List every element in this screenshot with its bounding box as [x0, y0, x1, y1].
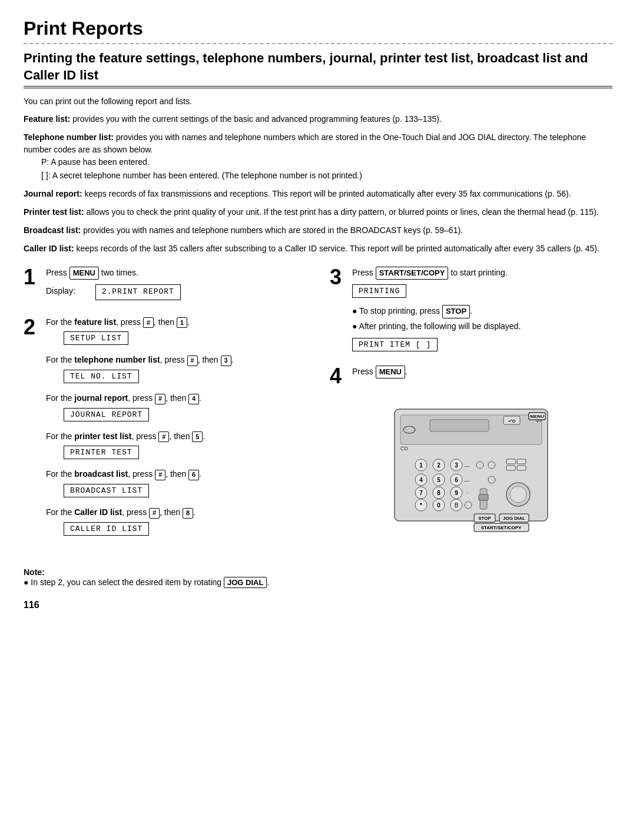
sub-bold-5: Caller ID list [74, 507, 122, 517]
feature-label-3: Printer test list: [24, 207, 84, 217]
svg-text:START/SET/COPY: START/SET/COPY [481, 525, 522, 530]
steps-left: 1 Press MENU two times. Display: 2.PRINT… [24, 267, 306, 556]
svg-text:8: 8 [437, 490, 440, 496]
feature-item-4: Broadcast list: provides you with names … [24, 224, 612, 237]
feature-label-2: Journal report: [24, 189, 82, 198]
svg-text:JOG DIAL: JOG DIAL [503, 516, 525, 521]
display-5: CALLER ID LIST [64, 522, 149, 536]
svg-text:STOP: STOP [478, 516, 491, 521]
fax-device: ≡°O ⇌ CD 1 2 3 — [389, 397, 554, 533]
step-2-content: For the feature list, press #, then 1. S… [46, 317, 306, 545]
num-key-0: 1 [177, 317, 187, 328]
svg-text:3: 3 [455, 462, 458, 469]
svg-rect-20 [517, 466, 526, 470]
steps-right: 3 Press START/SET/COPY to start printing… [330, 267, 612, 556]
page-title: Print Reports [24, 18, 612, 44]
svg-text:CD: CD [400, 446, 408, 451]
stop-key: STOP [442, 305, 470, 318]
step-1-block: 1 Press MENU two times. Display: 2.PRINT… [24, 267, 306, 306]
menu-key-4: MENU [376, 366, 405, 379]
bullet-secret: [ ]: A secret telephone number has been … [41, 170, 612, 182]
feature-label-1: Telephone number list: [24, 132, 114, 142]
feature-text-5: keeps records of the last 35 callers aft… [76, 244, 599, 253]
display-3: PRINTER TEST [64, 446, 139, 459]
sub-step-5: For the Caller ID list, press #, then 8.… [46, 507, 306, 539]
svg-rect-19 [506, 466, 515, 470]
print-item-display: PRINT ITEM [ ] [352, 338, 438, 351]
svg-rect-3 [430, 420, 489, 431]
feature-item-1: Telephone number list: provides you with… [24, 131, 612, 182]
svg-rect-18 [517, 459, 526, 464]
feature-text-3: allows you to check the print quality of… [87, 207, 599, 217]
num-key-1: 3 [221, 356, 231, 366]
sub-step-2: For the journal report, press #, then 4.… [46, 393, 306, 425]
feature-text-2: keeps records of fax transmissions and r… [84, 189, 571, 198]
feature-label-5: Caller ID list: [24, 244, 74, 253]
svg-text:*: * [420, 502, 422, 509]
hash-key-1: # [187, 356, 198, 366]
page-number: 116 [24, 600, 612, 610]
display-0: SETUP LIST [64, 331, 128, 345]
svg-text:—: — [464, 463, 470, 469]
feature-bullets-1: P: A pause has been entered. [ ]: A secr… [41, 156, 612, 182]
note-label: Note: [24, 567, 45, 577]
device-illustration: ≡°O ⇌ CD 1 2 3 — [330, 397, 612, 533]
feature-label-0: Feature list: [24, 114, 70, 124]
svg-text:≡°O: ≡°O [508, 419, 516, 423]
device-svg: ≡°O ⇌ CD 1 2 3 — [389, 397, 554, 533]
sub-bold-0: feature list [74, 317, 116, 327]
step-1-display-label: Display: 2.PRINT REPORT [46, 282, 306, 303]
hash-key-0: # [143, 317, 154, 328]
svg-text:2: 2 [437, 462, 440, 469]
step-4-block: 4 Press MENU. [330, 366, 612, 387]
sub-bold-1: telephone number list [74, 355, 160, 364]
hash-key-5: # [149, 508, 160, 519]
svg-text:0: 0 [437, 502, 440, 509]
bullet-p: P: A pause has been entered. [41, 156, 612, 168]
feature-text-4: provides you with names and telephone nu… [83, 225, 463, 235]
feature-item-0: Feature list: provides you with the curr… [24, 113, 612, 125]
step-1-display: 2.PRINT REPORT [95, 284, 181, 300]
step-3-notes: ● To stop printing, press STOP. ● After … [352, 305, 612, 332]
step-1-instruction: Press MENU two times. [46, 267, 306, 280]
feature-item-5: Caller ID list: keeps records of the las… [24, 243, 612, 255]
feature-list: Feature list: provides you with the curr… [24, 113, 612, 255]
printing-display: PRINTING [352, 284, 406, 298]
sub-step-1: For the telephone number list, press #, … [46, 354, 306, 387]
num-key-2: 4 [188, 394, 199, 404]
step-4-content: Press MENU. [352, 366, 612, 381]
step-1-number: 1 [24, 267, 40, 288]
step-2-number: 2 [24, 317, 40, 338]
hash-key-4: # [155, 470, 165, 480]
step-4-number: 4 [330, 366, 346, 387]
svg-text:MENU: MENU [530, 414, 544, 419]
step-1-content: Press MENU two times. Display: 2.PRINT R… [46, 267, 306, 306]
step-2-block: 2 For the feature list, press #, then 1.… [24, 317, 306, 545]
svg-rect-17 [506, 459, 515, 464]
note-section: Note: ● In step 2, you can select the de… [24, 567, 612, 588]
step-3-content: Press START/SET/COPY to start printing. … [352, 267, 612, 355]
svg-text:1: 1 [419, 462, 423, 469]
svg-text:.: . [466, 488, 468, 494]
sub-bold-2: journal report [74, 393, 128, 403]
svg-point-46 [510, 486, 526, 503]
sub-step-0: For the feature list, press #, then 1. S… [46, 317, 306, 349]
step-3-block: 3 Press START/SET/COPY to start printing… [330, 267, 612, 355]
intro-text: You can print out the following report a… [24, 97, 612, 106]
num-key-5: 8 [183, 508, 193, 519]
sub-step-3: For the printer test list, press #, then… [46, 431, 306, 463]
menu-key-1: MENU [69, 267, 99, 280]
sub-bold-3: printer test list [74, 431, 131, 441]
svg-text:7: 7 [419, 490, 423, 496]
feature-label-4: Broadcast list: [24, 225, 81, 235]
display-1: TEL NO. LIST [64, 370, 139, 383]
svg-text:4: 4 [419, 477, 423, 483]
svg-rect-44 [479, 494, 488, 500]
svg-text:5: 5 [437, 477, 440, 483]
steps-section: 1 Press MENU two times. Display: 2.PRINT… [24, 267, 612, 556]
svg-text:—: — [464, 477, 470, 484]
display-2: JOURNAL REPORT [64, 408, 149, 421]
hash-key-2: # [155, 394, 165, 404]
display-4: BROADCAST LIST [64, 484, 149, 497]
start-set-copy-key: START/SET/COPY [376, 267, 449, 280]
